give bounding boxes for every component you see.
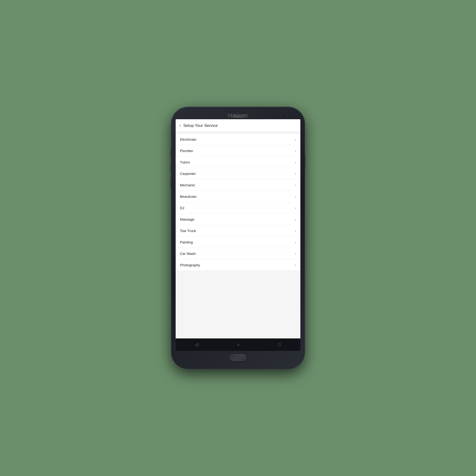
service-item-electrician[interactable]: Electrician› — [176, 134, 300, 145]
home-hardware-button[interactable] — [230, 354, 246, 361]
power-button — [305, 155, 306, 169]
service-item-massage[interactable]: Massage› — [176, 214, 300, 225]
chevron-icon-tow-truck: › — [295, 229, 296, 233]
service-item-photography[interactable]: Photography› — [176, 259, 300, 271]
service-item-plumber[interactable]: Plumber› — [176, 145, 300, 157]
chevron-icon-massage: › — [295, 218, 296, 221]
service-label-massage: Massage — [180, 217, 194, 221]
service-label-photography: Photography — [180, 263, 200, 267]
phone-bottom-bar — [176, 351, 300, 363]
phone-top-bar: SAMSUNG — [176, 111, 300, 119]
front-camera — [283, 115, 286, 118]
volume-down-button — [170, 162, 171, 174]
chevron-icon-dj: › — [295, 206, 296, 210]
service-item-dj[interactable]: DJ› — [176, 202, 300, 214]
chevron-icon-carpenter: › — [295, 172, 296, 176]
phone-screen: ‹ Setup Your Service Electrician›Plumber… — [176, 119, 300, 351]
speaker-grille — [227, 116, 249, 118]
chevron-icon-mechanic: › — [295, 183, 296, 187]
silent-button — [170, 177, 171, 189]
service-item-mechanic[interactable]: Mechanic› — [176, 179, 300, 191]
phone-device: SAMSUNG ‹ Setup Your Service Electrician… — [171, 107, 305, 369]
service-label-painting: Painting — [180, 240, 193, 244]
service-label-mechanic: Mechanic — [180, 183, 195, 187]
nav-back-button[interactable]: ◁ — [195, 342, 198, 347]
nav-recent-button[interactable]: □ — [278, 342, 281, 347]
service-list-card: Electrician›Plumber›Tutors›Carpenter›Mec… — [176, 134, 300, 271]
service-label-electrician: Electrician — [180, 137, 196, 141]
service-label-car-wash: Car Wash — [180, 252, 196, 255]
service-item-car-wash[interactable]: Car Wash› — [176, 248, 300, 259]
back-button[interactable]: ‹ — [179, 123, 181, 128]
chevron-icon-beautician: › — [295, 195, 296, 199]
service-label-dj: DJ — [180, 206, 184, 210]
service-item-beautician[interactable]: Beautician› — [176, 191, 300, 202]
chevron-icon-photography: › — [295, 263, 296, 267]
service-label-tutors: Tutors — [180, 160, 190, 164]
service-item-painting[interactable]: Painting› — [176, 237, 300, 248]
service-item-tow-truck[interactable]: Tow Truck› — [176, 225, 300, 237]
app-header: ‹ Setup Your Service — [176, 119, 300, 132]
service-label-beautician: Beautician — [180, 194, 197, 199]
service-item-tutors[interactable]: Tutors› — [176, 157, 300, 168]
nav-home-button[interactable]: ○ — [237, 342, 240, 347]
chevron-icon-electrician: › — [295, 137, 296, 141]
volume-up-button — [170, 150, 171, 158]
chevron-icon-car-wash: › — [295, 252, 296, 255]
service-label-carpenter: Carpenter — [180, 171, 196, 176]
service-item-carpenter[interactable]: Carpenter› — [176, 168, 300, 179]
page-title: Setup Your Service — [183, 123, 218, 128]
chevron-icon-plumber: › — [295, 149, 296, 153]
chevron-icon-tutors: › — [295, 160, 296, 164]
service-label-plumber: Plumber — [180, 149, 193, 153]
navigation-bar: ◁ ○ □ — [176, 339, 300, 351]
service-label-tow-truck: Tow Truck — [180, 229, 196, 233]
chevron-icon-painting: › — [295, 240, 296, 244]
service-list-container: Electrician›Plumber›Tutors›Carpenter›Mec… — [176, 132, 300, 339]
